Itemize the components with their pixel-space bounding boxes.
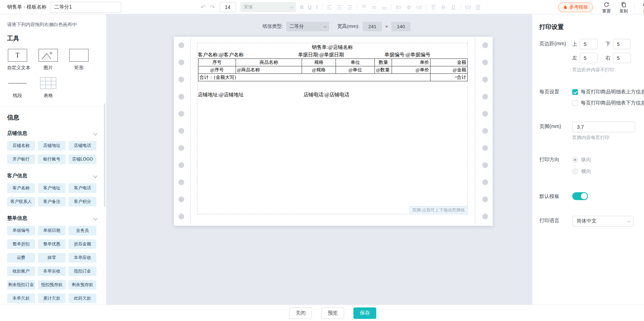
field-chip[interactable]: 单据编号 [7, 226, 35, 235]
footer-mm-input[interactable] [572, 122, 635, 132]
align-edge-left-icon[interactable] [396, 5, 402, 10]
tool-custom-text[interactable]: T 自定义文本 [7, 49, 28, 71]
paper-width-input[interactable]: 241 [363, 22, 382, 31]
group-header-shop-info[interactable]: 店铺信息 [7, 130, 106, 137]
table-data-cell[interactable]: @规格 [302, 66, 336, 73]
table-data-cell[interactable]: @商品名称 [236, 66, 302, 73]
redo-icon[interactable]: ↷ [210, 4, 215, 10]
field-chip[interactable]: 店铺名称 [7, 141, 35, 151]
align-center-icon[interactable] [337, 5, 342, 10]
field-chip[interactable]: 抵扣预存款 [38, 280, 66, 290]
field-chip[interactable]: 本单应收 [69, 253, 96, 263]
tool-table[interactable]: 表格 [38, 77, 59, 99]
field-chip[interactable]: 店铺电话 [69, 141, 96, 151]
table-data-cell[interactable]: @单价 [392, 66, 430, 73]
valign-bottom-icon[interactable] [381, 5, 387, 10]
field-chip[interactable]: 本单实收 [38, 266, 66, 276]
total-amount-cell[interactable]: ^合计 [430, 74, 467, 81]
align-right-icon[interactable] [347, 5, 352, 10]
margin-right-input[interactable] [613, 53, 631, 63]
field-chip[interactable]: 开户银行 [7, 154, 35, 164]
field-chip[interactable]: 店铺LOGO [69, 154, 96, 164]
copy-button[interactable]: 复制 [617, 0, 630, 14]
preview-button[interactable]: 预览 [321, 307, 344, 319]
distribute-vertical-icon[interactable] [475, 5, 481, 10]
table-data-cell[interactable]: @序号 [198, 66, 236, 73]
align-left-icon[interactable] [327, 5, 332, 10]
table-header-cell[interactable]: 序号 [198, 59, 236, 66]
field-chip[interactable]: 店铺地址 [38, 141, 66, 151]
align-edge-bottom-icon[interactable] [451, 5, 456, 10]
valign-top-icon[interactable] [361, 5, 367, 10]
receipt-customer-field[interactable]: 客户名称:@客户名称 [198, 52, 244, 58]
bold-button[interactable]: B [300, 4, 304, 10]
margin-bottom-input[interactable] [613, 39, 631, 49]
field-chip[interactable]: 抹零 [38, 253, 66, 263]
reset-button[interactable]: 重置 [600, 0, 613, 14]
default-template-toggle[interactable] [572, 192, 588, 200]
footer-drag-handle[interactable]: 页脚:点我可上下拖动页脚线 [409, 206, 468, 214]
table-data-cell[interactable]: @数量 [374, 66, 392, 73]
shop-address-field[interactable]: 店铺地址:@店铺地址 [198, 92, 244, 97]
field-chip[interactable]: 客户名称 [7, 183, 35, 193]
field-chip[interactable]: 整单折扣 [7, 239, 35, 249]
table-header-cell[interactable]: 数量 [374, 59, 392, 66]
field-chip[interactable]: 单据日期 [38, 226, 66, 235]
items-table[interactable]: 序号商品名称规格单位数量单价金额 @序号@商品名称@规格@单位@数量@单价@金额… [198, 58, 468, 81]
field-chip[interactable]: 客户备注 [38, 197, 66, 207]
paper-type-select[interactable]: 二等分 [286, 22, 329, 31]
table-header-cell[interactable]: 金额 [430, 59, 467, 66]
checkbox-unchecked-icon[interactable] [572, 100, 578, 106]
portrait-radio-row[interactable]: 纵向 [572, 157, 591, 163]
table-header-cell[interactable]: 规格 [302, 59, 336, 66]
table-data-cell[interactable]: @单位 [336, 66, 375, 73]
field-chip[interactable]: 整单优惠 [38, 239, 66, 249]
field-chip[interactable]: 业务员 [69, 226, 96, 235]
table-header-cell[interactable]: 单位 [336, 59, 375, 66]
field-chip[interactable]: 客户联系人 [7, 197, 35, 207]
template-name-input[interactable] [50, 2, 121, 13]
close-button[interactable]: 关闭 [289, 307, 312, 319]
field-chip[interactable]: 客户电话 [69, 183, 96, 193]
tool-rectangle[interactable]: 矩形 [69, 49, 89, 71]
italic-button[interactable]: I [316, 4, 318, 10]
receipt-title[interactable]: 销售单:@店铺名称 [197, 44, 467, 51]
sidebar-scrollbar[interactable] [104, 103, 105, 207]
field-chip[interactable]: 剩余抵扣订金 [7, 280, 35, 290]
group-header-customer-info[interactable]: 客户信息 [7, 173, 106, 179]
group-header-order-info[interactable]: 整单信息 [7, 215, 106, 221]
reference-template-button[interactable]: 参考模板 [558, 2, 593, 12]
shop-phone-field[interactable]: 店铺电话:@店铺电话 [303, 92, 349, 98]
tool-line[interactable]: 线段 [7, 77, 28, 99]
paper-height-input[interactable]: 140 [391, 22, 411, 31]
table-data-cell[interactable]: @金额 [430, 66, 467, 73]
total-in-words-cell[interactable]: 合计：{金额大写} [198, 74, 430, 81]
table-header-cell[interactable]: 商品名称 [236, 59, 302, 66]
print-below-detail-checkbox-row[interactable]: 每页打印商品明细表下方信息 [572, 100, 644, 106]
field-chip[interactable]: 剩余预存款 [69, 280, 96, 290]
margin-top-input[interactable] [580, 39, 598, 49]
center-vertically-icon[interactable] [441, 5, 446, 10]
undo-icon[interactable]: ↶ [201, 4, 206, 10]
field-chip[interactable]: 本单欠款 [7, 294, 35, 303]
table-header-cell[interactable]: 单价 [392, 59, 430, 66]
field-chip[interactable]: 银行账号 [38, 154, 66, 164]
print-above-detail-checkbox-row[interactable]: 每页打印商品明细表上方信息 [572, 89, 644, 95]
font-size-input[interactable] [220, 2, 236, 12]
checkbox-checked-icon[interactable] [572, 89, 578, 95]
radio-selected-icon[interactable] [572, 157, 578, 163]
valign-middle-icon[interactable] [371, 5, 377, 10]
landscape-radio-row[interactable]: 横向 [572, 168, 591, 175]
field-chip[interactable]: 客户地址 [38, 183, 66, 193]
field-chip[interactable]: 累计欠款 [38, 294, 66, 303]
print-button[interactable]: 打 [639, 0, 644, 14]
field-chip[interactable]: 收款账户 [7, 266, 35, 276]
print-language-select[interactable]: 简体中文 [572, 216, 634, 226]
field-chip[interactable]: 折后金额 [69, 239, 96, 249]
field-chip[interactable]: 抵扣订金 [69, 266, 96, 276]
distribute-horizontal-icon[interactable] [465, 5, 471, 10]
tool-image[interactable]: 图片 [38, 49, 59, 71]
margin-left-input[interactable] [580, 53, 598, 63]
save-button[interactable]: 保存 [353, 307, 376, 319]
receipt-date-field[interactable]: 单据日期:@单据日期 [298, 52, 344, 58]
